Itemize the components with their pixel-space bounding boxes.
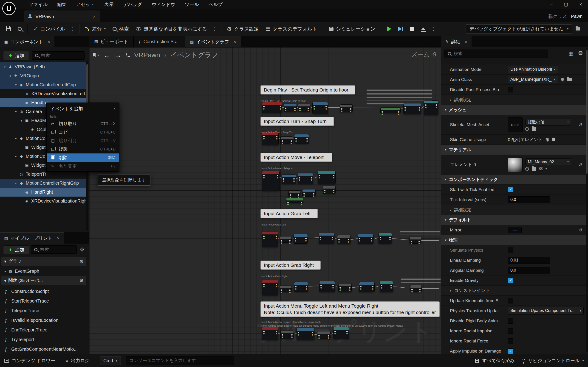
graph-node[interactable] [319,233,334,244]
graph-node[interactable] [340,104,353,112]
function-item-tryteleport[interactable]: ƒTryTeleport [1,335,86,344]
graph-node[interactable] [302,189,316,197]
close-button[interactable]: × [573,0,588,9]
details-section-7[interactable]: ▾マテリアル [441,145,586,155]
menu-item-7[interactable]: ヘルプ [204,0,227,9]
reset-icon[interactable]: ↺ [578,227,582,233]
save-all-button[interactable]: すべて保存済み [475,358,515,364]
component-row-xrdevicevisualizationright[interactable]: ◈XRDeviceVisualizationRight [0,197,86,206]
grid-view-icon[interactable]: ▦ [569,50,573,56]
dropdown[interactable]: Use Animation Blueprint▾ [508,66,558,73]
graph-node[interactable] [317,331,330,339]
debug-object-dropdown[interactable]: デバッグオブジェクトが選択されていません ▾ [466,24,572,33]
graph-node[interactable] [298,173,313,184]
checkbox[interactable] [508,338,513,344]
menu-item-4[interactable]: デバッグ [119,0,147,9]
scrollbar-thumb[interactable] [586,50,588,174]
chevron-down-icon[interactable]: ▾ [13,155,18,158]
graph-node[interactable] [323,186,336,194]
frame-skip-button[interactable] [395,24,406,34]
minimize-button[interactable]: – [544,0,559,9]
graph-item-eventgraph[interactable]: ▸▩EventGraph [1,267,86,276]
menu-item-5[interactable]: ウィンドウ [147,0,180,9]
tab-construction-sc[interactable]: ƒConstruction Sc... [134,36,185,47]
dropdown[interactable]: ABP_MannequinsXR_...▾ [508,76,558,83]
plus-circle-icon[interactable]: ⊕ [545,137,549,143]
content-drawer-button[interactable]: コンテンツ ドロワー [4,358,55,364]
graph-node[interactable] [296,328,314,340]
globe-icon[interactable] [561,78,564,81]
checkbox[interactable] [508,87,513,92]
console-command-input[interactable]: コンソールコマンドを入力します [126,356,234,365]
graph-node[interactable] [380,281,393,292]
checkbox[interactable] [508,328,513,334]
graph-node[interactable] [288,190,300,197]
browse-button[interactable] [15,24,25,34]
context-menu-item-3[interactable]: 複製CTRL+D [47,145,119,153]
graph-node[interactable] [280,236,292,243]
close-icon[interactable]: × [233,39,236,44]
compile-button[interactable]: ✓ コンパイル [30,24,69,34]
context-menu-add-event[interactable]: イベントを追加 › [47,104,119,114]
globe-icon[interactable] [525,127,529,131]
details-section-9[interactable]: ▾コンポーネントティック [441,175,586,185]
chevron-down-icon[interactable]: ▾ [4,259,6,264]
details-section-4[interactable]: ▾メッシュ [441,105,586,115]
details-expander-20[interactable]: ▸コンストレイント [441,286,586,296]
graph-node[interactable] [284,104,297,112]
bookmark-icon[interactable] [93,53,95,57]
cmd-dropdown[interactable]: Cmd ▾ [100,356,121,365]
diff-button[interactable]: 差分 ▾ [82,24,109,34]
simulation-button[interactable]: シミュレーション [326,24,379,34]
graph-node[interactable] [262,102,282,113]
globe-icon[interactable] [525,167,529,171]
chevron-down-icon[interactable]: ▾ [545,167,547,170]
graph-node[interactable] [424,100,438,115]
comment-node-0[interactable]: Begin Play - Set Tracking Origin to floo… [260,85,355,94]
eject-button[interactable] [418,24,429,34]
breadcrumb-current[interactable]: イベントグラフ [171,50,218,60]
asset-dropdown[interactable]: 複数の値▾ [525,119,571,125]
chevron-down-icon[interactable]: ▾ [13,110,18,114]
graph-node[interactable] [294,234,308,244]
comment-node-1[interactable]: Input Action Turn - Snap Turn [260,117,334,126]
graphs-section-header[interactable]: ▾グラフ⊕ [1,257,86,266]
graph-node[interactable] [294,282,308,292]
play-options-icon[interactable]: ⋮ [430,26,437,32]
tab-components[interactable]: ▣ コンポーネント × [0,36,54,47]
menu-item-0[interactable]: ファイル [24,0,52,9]
component-row-motioncontrollerleftgrip[interactable]: ▾◆MotionControllerLeftGrip [0,80,86,89]
gear-icon[interactable]: ⚙ [578,50,583,56]
details-section-15[interactable]: ▾物理 [441,235,586,245]
component-row-handright[interactable]: ◉HandRight [0,188,86,197]
function-item-startteleporttrace[interactable]: ƒStartTeleportTrace [1,296,86,306]
function-item-isvalidteleportlocation[interactable]: ƒIsValidTeleportLocation [1,316,86,325]
parent-class-value[interactable]: Pawn [571,14,582,19]
chevron-down-icon[interactable]: ▾ [4,278,6,283]
component-row-vrpawn-self[interactable]: ▾♟VRPawn (Self) [0,62,86,71]
chevron-right-icon[interactable]: ▸ [5,269,6,273]
scrollbar[interactable] [586,48,588,352]
graph-node[interactable] [262,327,278,340]
checkbox[interactable]: ✓ [508,278,513,283]
graph-node[interactable] [319,281,335,292]
graph-node[interactable] [338,283,352,292]
graph-node[interactable] [280,136,293,144]
maximize-button[interactable]: ▢ [559,0,573,9]
find-button[interactable]: 検索 [109,24,132,34]
play-button[interactable] [384,24,395,34]
graph-node[interactable] [280,330,294,339]
checkbox[interactable]: ✓ [508,348,513,354]
details-section-13[interactable]: ▾デフォルト [441,215,586,225]
comment-node-3[interactable]: Input Action Grab Left [260,209,318,218]
my-blueprint-search-input[interactable]: 検索 [31,245,77,254]
graph-node[interactable] [282,174,296,184]
graph-node[interactable] [294,134,309,144]
asset-thumbnail[interactable]: None [508,117,523,132]
plus-circle-icon[interactable]: ⊕ [79,278,84,283]
graph-node[interactable] [333,327,349,339]
comment-node-5[interactable]: Input Action Menu Toggle Left and Menu T… [260,301,440,317]
tab-my-blueprint[interactable]: ▤ マイブループリント × [0,232,64,244]
graph-node[interactable] [379,233,392,244]
details-search-input[interactable]: 検索 [444,50,548,58]
